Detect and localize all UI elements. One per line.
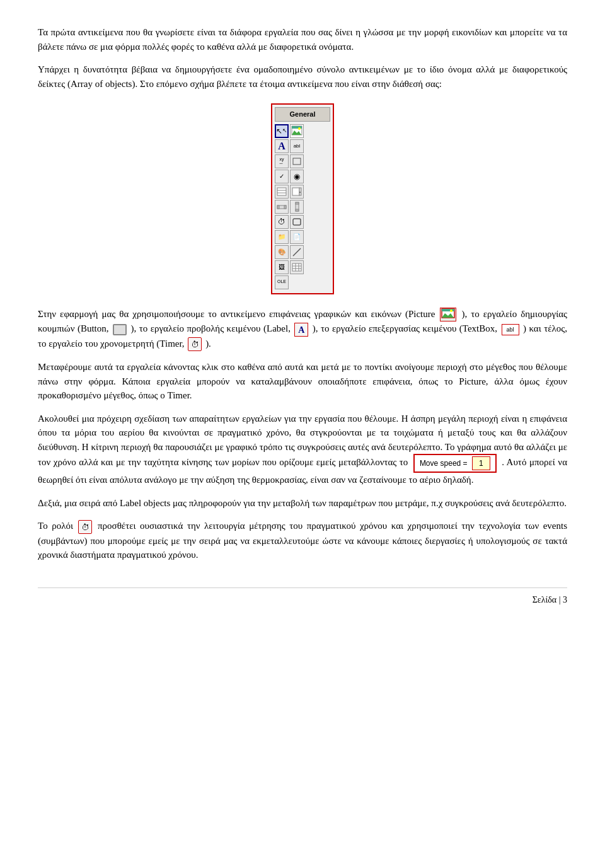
line-tool-icon[interactable] <box>290 245 304 259</box>
combobox-tool-icon[interactable] <box>290 185 304 199</box>
svg-rect-19 <box>292 263 301 271</box>
svg-line-18 <box>293 248 301 256</box>
toolbox-title: General <box>275 107 330 122</box>
vscrollbar-tool-icon[interactable] <box>290 200 304 214</box>
xylabel-tool-icon[interactable]: xy─ <box>275 154 289 168</box>
toolbox-row: ⏱ <box>275 215 330 229</box>
move-speed-value: 1 <box>472 456 490 470</box>
drivelist-tool-icon[interactable]: 📁 <box>275 230 289 244</box>
timer-tool-icon[interactable]: ⏱ <box>275 215 289 229</box>
textbox-tool-icon[interactable]: abl <box>290 139 304 153</box>
toolbox-container: General ↖ A abl xy─ <box>38 103 567 294</box>
timer-inline-icon-2: ⏱ <box>78 520 92 534</box>
timer-inline-icon: ⏱ <box>188 337 202 351</box>
svg-rect-5 <box>277 188 286 195</box>
page-number: Σελίδα | 3 <box>533 593 567 606</box>
hscrollbar-tool-icon[interactable] <box>275 200 289 214</box>
paragraph-2: Υπάρχει η δυνατότητα βέβαια να δημιουργή… <box>38 62 567 91</box>
paragraph-7: Το ρολόι ⏱ προσθέτει ουσιαστικά την λειτ… <box>38 519 567 562</box>
toolbox: General ↖ A abl xy─ <box>271 103 334 294</box>
arrow-tool-icon[interactable]: ↖ <box>275 124 289 138</box>
listbox-tool-icon[interactable] <box>275 185 289 199</box>
svg-rect-25 <box>442 309 454 311</box>
picture-tool-icon[interactable] <box>290 124 304 138</box>
toolbox-row <box>275 200 330 214</box>
svg-point-27 <box>450 310 452 312</box>
frame-tool-icon[interactable] <box>290 154 304 168</box>
page-footer: Σελίδα | 3 <box>38 587 567 606</box>
toolbox-row: ✓ ◉ <box>275 170 330 183</box>
toolbox-row <box>275 185 330 199</box>
filelist-tool-icon[interactable]: 🎨 <box>275 245 289 259</box>
toolbox-row: A abl <box>275 139 330 153</box>
paragraph-6: Δεξιά, μια σειρά από Label objects μας π… <box>38 496 567 511</box>
paragraph-3: Στην εφαρμογή μας θα χρησιμοποιήσουμε το… <box>38 307 567 352</box>
svg-rect-13 <box>284 205 286 209</box>
svg-rect-16 <box>296 209 299 211</box>
button-inline-icon <box>113 324 127 335</box>
label-tool-icon[interactable]: A <box>275 139 289 153</box>
shape-tool-icon[interactable] <box>290 215 304 229</box>
toolbox-row: 📁 📄 <box>275 230 330 244</box>
paragraph-4: Μεταφέρουμε αυτά τα εργαλεία κάνοντας κλ… <box>38 360 567 403</box>
checkbox-tool-icon[interactable]: ✓ <box>275 170 289 183</box>
toolbox-row: 🎨 <box>275 245 330 259</box>
paragraph-5: Ακολουθεί μια πρόχειρη σχεδίαση των απαρ… <box>38 412 567 487</box>
svg-rect-15 <box>296 202 299 204</box>
textbox-inline-icon: abl <box>502 324 519 335</box>
svg-rect-17 <box>293 219 301 225</box>
radiobutton-tool-icon[interactable]: ◉ <box>290 170 304 183</box>
svg-rect-8 <box>292 188 299 195</box>
image-tool-icon[interactable]: 🖼 <box>275 260 289 274</box>
move-speed-widget: Move speed = 1 <box>413 454 497 473</box>
toolbox-row: 🖼 <box>275 260 330 274</box>
grid-tool-icon[interactable] <box>290 260 304 274</box>
svg-rect-12 <box>277 205 279 209</box>
move-speed-label: Move speed = <box>420 459 468 468</box>
toolbox-row: xy─ <box>275 154 330 168</box>
svg-point-3 <box>298 127 301 130</box>
ole-tool-icon[interactable]: OLE <box>275 275 289 289</box>
svg-rect-9 <box>299 188 301 195</box>
toolbox-row: ↖ <box>275 124 330 138</box>
paragraph-1: Τα πρώτα αντικείμενα που θα γνωρίσετε εί… <box>38 25 567 54</box>
picture-inline-icon <box>440 308 456 321</box>
label-inline-icon: A <box>294 323 308 337</box>
svg-rect-4 <box>293 158 301 165</box>
dirlist-tool-icon[interactable]: 📄 <box>290 230 304 244</box>
toolbox-row: OLE <box>275 275 330 289</box>
